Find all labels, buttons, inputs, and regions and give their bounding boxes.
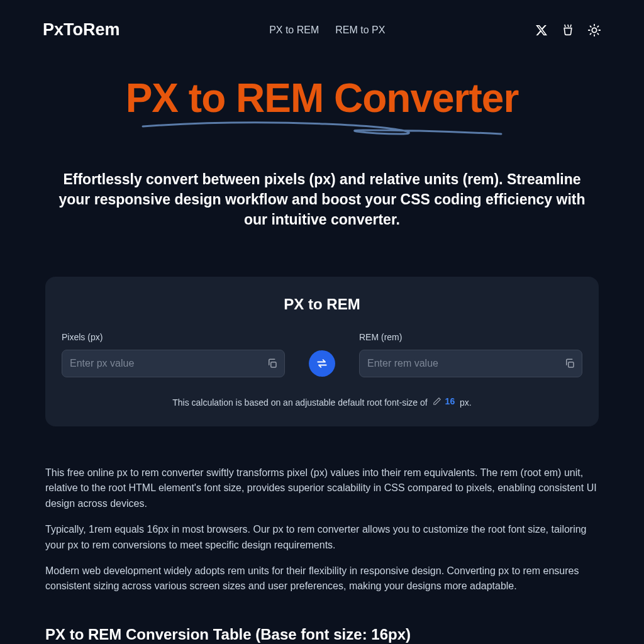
hero-subtitle: Effortlessly convert between pixels (px)… <box>45 169 599 230</box>
svg-rect-1 <box>271 362 276 367</box>
root-size-value: 16 <box>445 396 455 406</box>
footnote-suffix: px. <box>460 397 472 408</box>
content-paragraph: Typically, 1rem equals 16px in most brow… <box>45 522 599 553</box>
root-size-footnote: This calculation is based on an adjustab… <box>62 396 582 408</box>
rem-input[interactable] <box>367 358 554 369</box>
nav-px-to-rem[interactable]: PX to REM <box>269 25 319 36</box>
nav-rem-to-px[interactable]: REM to PX <box>335 25 385 36</box>
pencil-icon <box>433 397 441 406</box>
card-title: PX to REM <box>62 296 582 313</box>
rem-input-wrap <box>359 350 582 377</box>
header: PxToRem PX to REM REM to PX <box>0 0 644 60</box>
content-paragraph: This free online px to rem converter swi… <box>45 465 599 512</box>
converter-row: Pixels (px) REM (rem) <box>62 332 582 377</box>
content-section: This free online px to rem converter swi… <box>45 465 599 595</box>
theme-toggle-icon[interactable] <box>587 23 601 37</box>
px-input-wrap <box>62 350 285 377</box>
nav-links: PX to REM REM to PX <box>269 25 385 36</box>
converter-card: PX to REM Pixels (px) REM (rem) Th <box>45 277 599 426</box>
px-input[interactable] <box>70 358 257 369</box>
svg-point-0 <box>592 28 596 32</box>
logo[interactable]: PxToRem <box>43 20 120 40</box>
table-heading: PX to REM Conversion Table (Base font si… <box>45 626 599 643</box>
copy-icon[interactable] <box>267 358 278 369</box>
root-size-editable[interactable]: 16 <box>433 396 455 406</box>
content-paragraph: Modern web development widely adopts rem… <box>45 564 599 595</box>
header-icons <box>535 23 601 37</box>
hero-title: PX to REM Converter <box>0 75 644 121</box>
swap-button[interactable] <box>309 350 335 377</box>
copy-icon[interactable] <box>564 358 575 369</box>
rem-label: REM (rem) <box>359 332 582 342</box>
footnote-prefix: This calculation is based on an adjustab… <box>172 397 427 408</box>
twitter-x-icon[interactable] <box>535 23 548 37</box>
rem-field-group: REM (rem) <box>359 332 582 377</box>
px-field-group: Pixels (px) <box>62 332 285 377</box>
px-label: Pixels (px) <box>62 332 285 342</box>
coffee-icon[interactable] <box>561 23 575 37</box>
svg-rect-2 <box>569 362 574 367</box>
